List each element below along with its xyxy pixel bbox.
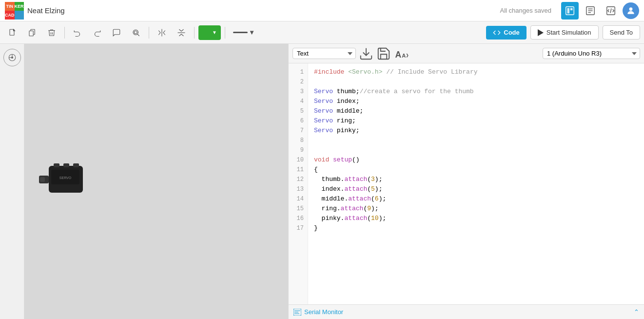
line-arrow: ▼ bbox=[249, 29, 255, 36]
line-num-14: 14 bbox=[289, 194, 308, 204]
line-num-6: 6 bbox=[289, 116, 308, 126]
svg-rect-1 bbox=[567, 8, 570, 13]
redo-btn[interactable] bbox=[88, 24, 106, 41]
svg-point-14 bbox=[134, 31, 137, 34]
svg-line-15 bbox=[137, 34, 139, 36]
line-num-15: 15 bbox=[289, 204, 308, 214]
svg-text:A: A bbox=[395, 49, 402, 59]
app-name: Neat Elzing bbox=[27, 6, 495, 15]
line-num-5: 5 bbox=[289, 106, 308, 116]
line-num-8: 8 bbox=[289, 136, 308, 145]
svg-rect-26 bbox=[54, 163, 59, 167]
download-btn[interactable] bbox=[359, 46, 373, 61]
sidebar bbox=[0, 44, 24, 319]
mirror-v-btn[interactable] bbox=[173, 24, 190, 41]
topbar: TIN KER CAD Neat Elzing All changes save… bbox=[0, 0, 644, 21]
code-panel: Text Blocks bbox=[288, 44, 644, 319]
new-btn[interactable] bbox=[4, 24, 21, 41]
code-btn-label: Code bbox=[504, 29, 520, 36]
serial-monitor-toggle[interactable]: ⌃ bbox=[634, 308, 639, 316]
code-toolbar-right: 1 (Arduino Uno R3) bbox=[543, 48, 640, 59]
save-btn[interactable] bbox=[376, 46, 391, 61]
separator-3 bbox=[194, 27, 195, 39]
toolbar-right: Code Start Simulation Send To bbox=[486, 25, 640, 40]
separator-4 bbox=[225, 27, 225, 39]
code-button[interactable]: Code bbox=[486, 26, 527, 40]
serial-monitor-bar[interactable]: Serial Monitor ⌃ bbox=[289, 304, 644, 319]
svg-rect-2 bbox=[570, 8, 573, 10]
svg-rect-12 bbox=[29, 31, 33, 36]
serial-monitor-label: Serial Monitor bbox=[304, 308, 343, 316]
svg-rect-25 bbox=[40, 177, 45, 182]
svg-text:SERVO: SERVO bbox=[59, 176, 72, 179]
line-num-17: 17 bbox=[289, 223, 308, 233]
svg-line-8 bbox=[610, 8, 611, 13]
logo-t: TIN bbox=[5, 2, 15, 11]
inspect-btn[interactable] bbox=[127, 24, 145, 41]
comment-btn[interactable] bbox=[108, 24, 125, 41]
line-num-13: 13 bbox=[289, 184, 308, 194]
line-num-7: 7 bbox=[289, 126, 308, 136]
line-btn[interactable]: ▼ bbox=[229, 25, 259, 40]
font-size-btn[interactable]: A A bbox=[394, 46, 409, 61]
logo-k bbox=[15, 11, 24, 20]
svg-point-9 bbox=[629, 7, 633, 11]
avatar[interactable] bbox=[623, 2, 639, 19]
separator-2 bbox=[149, 27, 149, 39]
line-swatch bbox=[233, 32, 248, 33]
svg-rect-28 bbox=[73, 163, 79, 167]
code-editor[interactable]: 1 2 3 4 5 6 7 8 9 10 11 12 13 14 15 16 1… bbox=[289, 63, 644, 304]
code-content[interactable]: #include <Servo.h> // Include Servo Libr… bbox=[308, 63, 644, 304]
rotate-view-btn[interactable] bbox=[3, 49, 21, 66]
color-swatch bbox=[202, 28, 211, 37]
svg-rect-27 bbox=[63, 163, 69, 167]
line-num-12: 12 bbox=[289, 175, 308, 184]
line-num-10: 10 bbox=[289, 155, 308, 165]
send-to-button[interactable]: Send To bbox=[603, 25, 640, 40]
view-select[interactable]: Text Blocks bbox=[293, 48, 356, 59]
line-num-3: 3 bbox=[289, 87, 308, 97]
schematic-icon[interactable] bbox=[582, 2, 599, 20]
board-select[interactable]: 1 (Arduino Uno R3) bbox=[543, 48, 640, 59]
copy-btn[interactable] bbox=[23, 24, 41, 41]
undo-btn[interactable] bbox=[69, 24, 86, 41]
delete-btn[interactable] bbox=[43, 24, 60, 41]
svg-point-13 bbox=[133, 30, 138, 35]
code-icon[interactable] bbox=[602, 2, 620, 20]
line-num-16: 16 bbox=[289, 214, 308, 223]
send-to-label: Send To bbox=[610, 29, 633, 36]
code-toolbar: Text Blocks bbox=[289, 44, 644, 63]
mirror-h-btn[interactable] bbox=[153, 24, 171, 41]
canvas-area[interactable]: SERVO bbox=[24, 44, 288, 319]
line-num-9: 9 bbox=[289, 145, 308, 155]
start-sim-label: Start Simulation bbox=[546, 29, 591, 36]
logo-n: CAD bbox=[5, 11, 15, 20]
color-arrow: ▼ bbox=[212, 30, 217, 35]
logo[interactable]: TIN KER CAD bbox=[5, 2, 22, 20]
serial-monitor-icon bbox=[293, 309, 301, 316]
circuit-component[interactable]: SERVO bbox=[39, 161, 98, 202]
3d-view-icon[interactable] bbox=[561, 2, 579, 20]
line-num-4: 4 bbox=[289, 97, 308, 106]
start-simulation-button[interactable]: Start Simulation bbox=[530, 25, 599, 40]
svg-text:A: A bbox=[402, 52, 406, 58]
line-num-1: 1 bbox=[289, 67, 308, 77]
line-num-2: 2 bbox=[289, 77, 308, 87]
svg-rect-0 bbox=[566, 6, 574, 15]
main-area: SERVO Text Blocks bbox=[0, 44, 644, 319]
nav-icons bbox=[561, 2, 639, 20]
color-btn[interactable]: ▼ bbox=[198, 25, 221, 40]
toolbar: ▼ ▼ Code Start Simulation Send To bbox=[0, 21, 644, 44]
line-num-11: 11 bbox=[289, 165, 308, 175]
status-text: All changes saved bbox=[500, 7, 551, 14]
separator-1 bbox=[64, 27, 65, 39]
svg-marker-18 bbox=[538, 29, 544, 36]
line-numbers: 1 2 3 4 5 6 7 8 9 10 11 12 13 14 15 16 1… bbox=[289, 63, 308, 304]
logo-i: KER bbox=[15, 2, 24, 11]
svg-point-22 bbox=[11, 57, 13, 59]
